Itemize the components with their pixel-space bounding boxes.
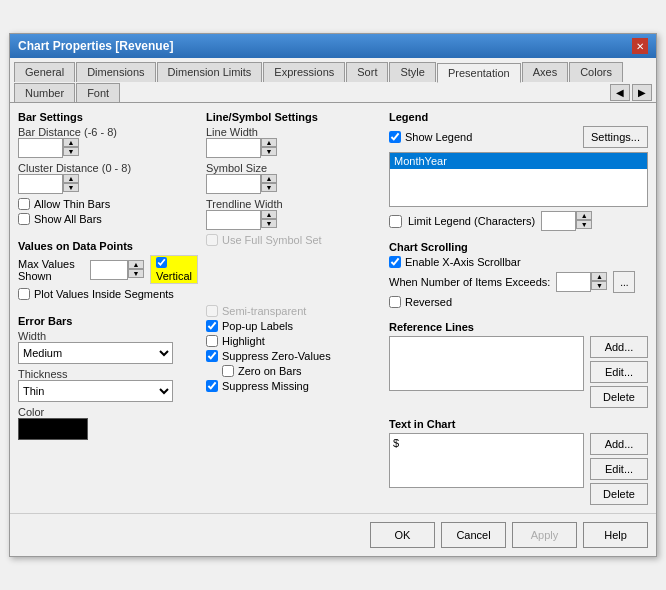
semi-transparent-label: Semi-transparent [222, 305, 306, 317]
text-in-chart-add-button[interactable]: Add... [590, 433, 648, 455]
text-in-chart-delete-button[interactable]: Delete [590, 483, 648, 505]
symbol-size-up[interactable]: ▲ [261, 174, 277, 183]
tab-next-button[interactable]: ▶ [632, 84, 652, 101]
when-exceeds-input[interactable]: 10 [556, 272, 591, 292]
highlight-row: Highlight [206, 335, 381, 347]
trendline-width-input[interactable]: 1 pt [206, 210, 261, 230]
tab-prev-button[interactable]: ◀ [610, 84, 630, 101]
tab-presentation[interactable]: Presentation [437, 63, 521, 83]
bar-distance-input[interactable]: 2 [18, 138, 63, 158]
legend-settings-button[interactable]: Settings... [583, 126, 648, 148]
max-values-input[interactable]: 100 [90, 260, 128, 280]
when-exceeds-extra-btn[interactable]: ... [613, 271, 635, 293]
highlight-checkbox[interactable] [206, 335, 218, 347]
apply-button[interactable]: Apply [512, 522, 577, 548]
line-width-input[interactable]: 2 pt [206, 138, 261, 158]
reference-lines-edit-button[interactable]: Edit... [590, 361, 648, 383]
tab-dimensions[interactable]: Dimensions [76, 62, 155, 82]
bottom-bar: OK Cancel Apply Help [10, 513, 656, 556]
trendline-width-down[interactable]: ▼ [261, 219, 277, 228]
highlight-label: Highlight [222, 335, 265, 347]
tab-axes[interactable]: Axes [522, 62, 568, 82]
color-swatch[interactable] [18, 418, 88, 440]
tab-style[interactable]: Style [389, 62, 435, 82]
max-values-row: Max Values Shown 100 ▲ ▼ Vertical [18, 255, 198, 284]
bar-distance-up[interactable]: ▲ [63, 138, 79, 147]
limit-legend-spinner: 15 ▲ ▼ [541, 211, 592, 231]
symbol-size-input[interactable]: 2 pt [206, 174, 261, 194]
show-legend-label: Show Legend [405, 131, 472, 143]
limit-legend-checkbox[interactable] [389, 215, 402, 228]
tab-sort[interactable]: Sort [346, 62, 388, 82]
allow-thin-bars-label: Allow Thin Bars [34, 198, 110, 210]
when-exceeds-down[interactable]: ▼ [591, 281, 607, 290]
line-width-up[interactable]: ▲ [261, 138, 277, 147]
semi-transparent-row: Semi-transparent [206, 305, 381, 317]
help-button[interactable]: Help [583, 522, 648, 548]
use-full-symbol-checkbox[interactable] [206, 234, 218, 246]
show-legend-checkbox[interactable] [389, 131, 401, 143]
reversed-checkbox[interactable] [389, 296, 401, 308]
pop-up-labels-checkbox[interactable] [206, 320, 218, 332]
reference-lines-add-button[interactable]: Add... [590, 336, 648, 358]
line-width-down[interactable]: ▼ [261, 147, 277, 156]
cluster-distance-input[interactable]: 5 [18, 174, 63, 194]
zero-on-bars-checkbox[interactable] [222, 365, 234, 377]
max-values-up[interactable]: ▲ [128, 260, 144, 269]
tab-bar: General Dimensions Dimension Limits Expr… [10, 58, 656, 103]
semi-transparent-checkbox[interactable] [206, 305, 218, 317]
trendline-width-up[interactable]: ▲ [261, 210, 277, 219]
tab-font[interactable]: Font [76, 83, 120, 102]
suppress-missing-row: Suppress Missing [206, 380, 381, 392]
suppress-zero-checkbox[interactable] [206, 350, 218, 362]
tab-expressions[interactable]: Expressions [263, 62, 345, 82]
content-area: Bar Settings Bar Distance (-6 - 8) 2 ▲ ▼… [10, 103, 656, 513]
reference-lines-buttons: Add... Edit... Delete [590, 336, 648, 408]
suppress-missing-checkbox[interactable] [206, 380, 218, 392]
plot-values-checkbox[interactable] [18, 288, 30, 300]
cancel-button[interactable]: Cancel [441, 522, 506, 548]
limit-legend-input[interactable]: 15 [541, 211, 576, 231]
bar-distance-down[interactable]: ▼ [63, 147, 79, 156]
misc-checkboxes: Semi-transparent Pop-up Labels Highlight… [206, 305, 381, 395]
when-exceeds-up[interactable]: ▲ [591, 272, 607, 281]
tab-colors[interactable]: Colors [569, 62, 623, 82]
max-values-spinner: 100 ▲ ▼ [90, 260, 144, 280]
close-button[interactable]: ✕ [632, 38, 648, 54]
max-values-down[interactable]: ▼ [128, 269, 144, 278]
width-label: Width [18, 330, 198, 342]
bar-settings-section: Bar Settings Bar Distance (-6 - 8) 2 ▲ ▼… [18, 111, 198, 228]
ok-button[interactable]: OK [370, 522, 435, 548]
line-symbol-label: Line/Symbol Settings [206, 111, 381, 123]
width-select[interactable]: Narrow Medium Wide [18, 342, 173, 364]
values-label: Values on Data Points [18, 240, 198, 252]
legend-item[interactable]: MonthYear [390, 153, 647, 169]
cluster-distance-up[interactable]: ▲ [63, 174, 79, 183]
legend-section-label: Legend [389, 111, 648, 123]
vertical-label-text: Vertical [156, 270, 192, 282]
tab-general[interactable]: General [14, 62, 75, 82]
allow-thin-bars-checkbox[interactable] [18, 198, 30, 210]
suppress-zero-label: Suppress Zero-Values [222, 350, 331, 362]
bar-distance-spinner: 2 ▲ ▼ [18, 138, 198, 158]
enable-xaxis-checkbox[interactable] [389, 256, 401, 268]
pop-up-labels-label: Pop-up Labels [222, 320, 293, 332]
vertical-checkbox[interactable] [156, 257, 167, 268]
text-in-chart-buttons: Add... Edit... Delete [590, 433, 648, 505]
reference-lines-delete-button[interactable]: Delete [590, 386, 648, 408]
limit-legend-down[interactable]: ▼ [576, 220, 592, 229]
limit-legend-row: Limit Legend (Characters) 15 ▲ ▼ [389, 211, 648, 231]
limit-legend-up[interactable]: ▲ [576, 211, 592, 220]
reversed-label: Reversed [405, 296, 452, 308]
tab-number[interactable]: Number [14, 83, 75, 102]
plot-values-row: Plot Values Inside Segments [18, 288, 198, 300]
line-symbol-section: Line/Symbol Settings Line Width 2 pt ▲ ▼… [206, 111, 381, 249]
tab-dimension-limits[interactable]: Dimension Limits [157, 62, 263, 82]
show-all-bars-row: Show All Bars [18, 213, 198, 225]
cluster-distance-down[interactable]: ▼ [63, 183, 79, 192]
show-all-bars-checkbox[interactable] [18, 213, 30, 225]
text-in-chart-edit-button[interactable]: Edit... [590, 458, 648, 480]
thickness-select[interactable]: Thin Medium Thick [18, 380, 173, 402]
symbol-size-down[interactable]: ▼ [261, 183, 277, 192]
error-bars-label: Error Bars [18, 315, 198, 327]
